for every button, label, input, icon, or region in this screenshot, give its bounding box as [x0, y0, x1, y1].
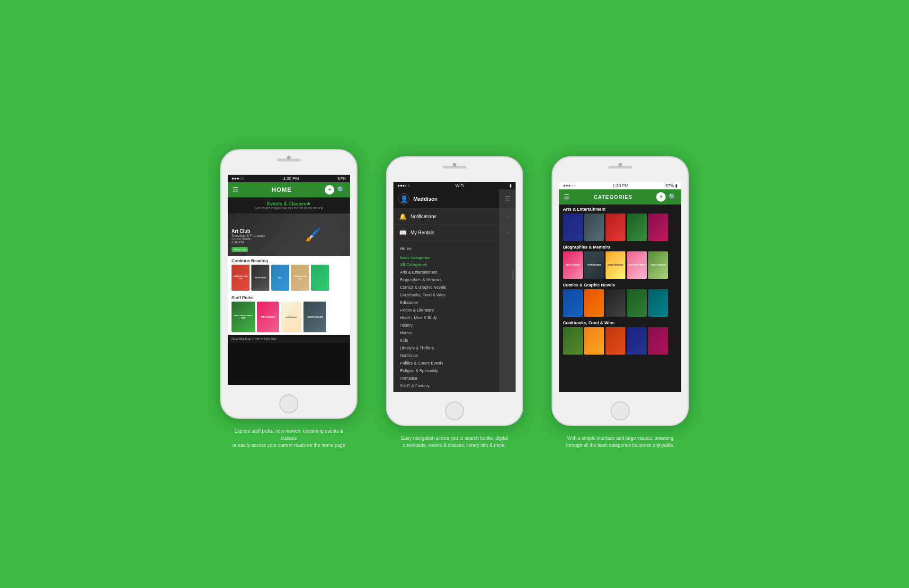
- status-wifi: WiFi: [455, 183, 464, 188]
- home-button[interactable]: [611, 401, 630, 420]
- notifications-nav-item[interactable]: 🔔 Notifications →: [393, 209, 516, 225]
- book-item[interactable]: ANNA KENDRICK: [606, 251, 625, 279]
- book-item[interactable]: JENNY LAWSON: [648, 251, 668, 279]
- status-battery: ▮: [509, 183, 512, 188]
- book-item[interactable]: SPRINGSTEEN: [584, 251, 604, 279]
- menu-item-scifi[interactable]: Sci-Fi & Fantasy: [393, 382, 516, 390]
- book-item[interactable]: [627, 289, 647, 317]
- home-button[interactable]: [445, 401, 464, 420]
- logo-icon: ✦: [656, 192, 666, 202]
- search-icon[interactable]: 🔍: [668, 193, 677, 201]
- menu-item-cookbooks[interactable]: Cookbooks, Food & Wine: [393, 291, 516, 299]
- book-item[interactable]: FURIOUSLY HAPPY: [627, 251, 647, 279]
- my-rentals-label: My Rentals: [410, 230, 434, 235]
- book-item[interactable]: [606, 289, 625, 317]
- continue-reading-title: Continue Reading: [228, 256, 350, 265]
- staff-book[interactable]: small things: [281, 302, 302, 332]
- phone3-screen: ☰ CATEGORIES ✦ 🔍 Arts & Entertainment: [559, 189, 681, 392]
- menu-item-comics[interactable]: Comics & Graphic Novels: [393, 284, 516, 291]
- phone1: ●●●○○ 1:30 PM 57% ☰ HOME ✦ 🔍 Events & Cl…: [220, 149, 357, 419]
- menu-item-education[interactable]: Education: [393, 299, 516, 306]
- categories-title: CATEGORIES: [594, 194, 633, 200]
- hamburger-icon[interactable]: ☰: [232, 186, 239, 194]
- book-thumb[interactable]: A Raisin in the Sun: [291, 265, 309, 291]
- cookbooks-books: [563, 327, 677, 355]
- book-item[interactable]: [606, 214, 625, 241]
- menu-item-health[interactable]: Health, Mind & Body: [393, 314, 516, 321]
- book-item[interactable]: [606, 327, 625, 355]
- book-item[interactable]: [627, 327, 647, 355]
- book-item[interactable]: [584, 214, 604, 241]
- comics-books: [563, 289, 677, 317]
- menu-item-lifestyle[interactable]: Lifestyle & Thrillers: [393, 344, 516, 352]
- book-item[interactable]: [648, 214, 668, 241]
- status-time: 1:30 PM: [283, 176, 299, 181]
- continue-reading-books: A MAN CALLED OVE WHITEHEAD Wild A Raisin…: [228, 265, 350, 293]
- my-rentals-nav-item[interactable]: 📖 My Rentals →: [393, 225, 516, 241]
- book-item[interactable]: [584, 289, 604, 317]
- menu-item-biographies[interactable]: Biographies & Memoirs: [393, 276, 516, 284]
- categories-content: Arts & Entertainment Biographies & Memoi…: [559, 205, 681, 392]
- phone3-status-bar: ●●●○○ 1:30 PM 57% ▮: [559, 182, 681, 189]
- menu-item-arts[interactable]: Arts & Entertainment: [393, 268, 516, 276]
- arrow-icon: →: [505, 230, 510, 235]
- hamburger-icon[interactable]: ☰: [564, 193, 570, 201]
- phone1-header: ☰ HOME ✦ 🔍: [228, 182, 350, 197]
- more-info-button[interactable]: More Info: [232, 247, 248, 252]
- phone2-status-bar: ●●●○○ WiFi ▮: [393, 182, 516, 189]
- bell-icon: 🔔: [399, 213, 407, 220]
- menu-item-kids[interactable]: Kids: [393, 337, 516, 344]
- menu-item-home[interactable]: Home: [393, 244, 516, 253]
- username: Maddison: [413, 196, 437, 202]
- home-button[interactable]: [279, 394, 298, 413]
- phone1-caption: Explore staff picks, new movies, upcomin…: [227, 428, 350, 449]
- book-item[interactable]: [627, 214, 647, 241]
- search-icon[interactable]: 🔍: [337, 186, 345, 194]
- phone1-status-bar: ●●●○○ 1:30 PM 57%: [228, 175, 350, 182]
- scrollbar[interactable]: [512, 270, 514, 280]
- phone1-wrapper: ●●●○○ 1:30 PM 57% ☰ HOME ✦ 🔍 Events & Cl…: [220, 149, 357, 449]
- staff-book[interactable]: LAURIE GRAHAM: [303, 302, 326, 332]
- avatar: 👤: [398, 193, 410, 205]
- book-item[interactable]: [584, 327, 604, 355]
- phone3-caption: With a simple interface and large visual…: [566, 435, 674, 449]
- blu-ray-section: New Blu-Ray in the Media Box: [228, 335, 350, 343]
- event-card[interactable]: 🖌️ Art Club Tuesdays & Thursdays Studio …: [228, 214, 350, 256]
- phone2: ●●●○○ WiFi ▮ 👤 Maddison ☰ 🔔: [386, 156, 523, 426]
- book-item[interactable]: [563, 214, 583, 241]
- book-item[interactable]: [648, 327, 668, 355]
- logo-icon: ✦: [325, 185, 334, 195]
- book-thumb[interactable]: [311, 265, 329, 291]
- book-item[interactable]: [563, 327, 583, 355]
- book-item[interactable]: AMY SCHUMER: [563, 251, 583, 279]
- category-arts: Arts & Entertainment: [559, 205, 681, 242]
- status-battery: 57%: [338, 176, 346, 181]
- menu-item-fiction[interactable]: Fiction & Literature: [393, 306, 516, 314]
- menu-item-humor[interactable]: Humor: [393, 329, 516, 337]
- book-thumb[interactable]: WHITEHEAD: [251, 265, 269, 291]
- book-thumb[interactable]: A MAN CALLED OVE: [232, 265, 250, 291]
- phone2-screen: 👤 Maddison ☰ 🔔 Notifications → 📖: [393, 189, 516, 392]
- banner-subtitle: See what's happening this month at the l…: [232, 206, 345, 210]
- book-item[interactable]: [563, 289, 583, 317]
- event-days: Tuesdays & Thursdays: [232, 234, 265, 237]
- staff-book[interactable]: AMY SCHUMER: [257, 302, 279, 332]
- cookbooks-title: Cookbooks, Food & Wine: [563, 321, 677, 325]
- menu-item-history[interactable]: History: [393, 321, 516, 329]
- menu-item-religion[interactable]: Religion & Spirituality: [393, 367, 516, 374]
- menu-icon[interactable]: ☰: [505, 195, 511, 203]
- menu-item-romance[interactable]: Romance: [393, 374, 516, 382]
- staff-book[interactable]: ZADIE SMITH SWING TIME: [232, 302, 255, 332]
- menu-section-book-categories: Book Categories: [393, 253, 516, 261]
- menu-item-all-categories[interactable]: All Categories: [393, 261, 516, 268]
- event-time: 6:30 PM: [232, 241, 265, 244]
- book-item[interactable]: [648, 289, 668, 317]
- arts-title: Arts & Entertainment: [563, 207, 677, 212]
- status-dots: ●●●○○: [563, 183, 576, 188]
- phone3-wrapper: ●●●○○ 1:30 PM 57% ▮ ☰ CATEGORIES ✦ 🔍: [552, 156, 689, 449]
- book-thumb[interactable]: Wild: [271, 265, 289, 291]
- menu-item-science[interactable]: Science & Nature: [393, 390, 516, 392]
- status-dots: ●●●○○: [397, 183, 410, 188]
- menu-item-politics[interactable]: Politics & Curent Events: [393, 359, 516, 367]
- menu-item-nonfiction[interactable]: Nonfiction: [393, 352, 516, 359]
